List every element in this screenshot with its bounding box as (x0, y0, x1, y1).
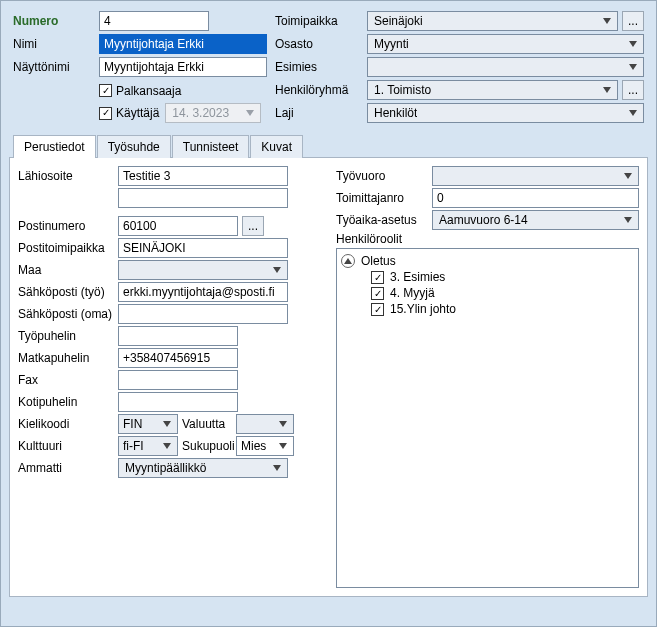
employee-form-window: Numero Toimipaikka Seinäjoki ... Nimi Os… (0, 0, 657, 627)
esimies-label: Esimies (275, 60, 363, 74)
lahiosoite2-input[interactable] (118, 188, 288, 208)
chevron-down-icon (243, 110, 257, 116)
kielikoodi-select[interactable]: FIN (118, 414, 178, 434)
ammatti-label: Ammatti (18, 461, 114, 475)
postinumero-label: Postinumero (18, 219, 114, 233)
toimipaikka-select[interactable]: Seinäjoki (367, 11, 618, 31)
toimittajanro-input[interactable] (432, 188, 639, 208)
postinumero-browse-button[interactable]: ... (242, 216, 264, 236)
lahiosoite-label: Lähiosoite (18, 169, 114, 183)
henkiloryhma-label: Henkilöryhmä (275, 83, 363, 97)
tab-tyosuhde[interactable]: Työsuhde (97, 135, 171, 158)
chevron-down-icon (600, 87, 614, 93)
chevron-down-icon (270, 465, 284, 471)
tab-kuvat[interactable]: Kuvat (250, 135, 303, 158)
henkiloroolit-label: Henkilöroolit (336, 232, 428, 246)
chevron-down-icon (276, 443, 290, 449)
osasto-label: Osasto (275, 37, 363, 51)
numero-label: Numero (13, 14, 95, 28)
kulttuuri-label: Kulttuuri (18, 439, 114, 453)
laji-select[interactable]: Henkilöt (367, 103, 644, 123)
tree-node-root[interactable]: Oletus (341, 253, 634, 269)
check-icon: ✓ (99, 84, 112, 97)
ammatti-select[interactable]: Myyntipäällikkö (118, 458, 288, 478)
henkiloroolit-tree[interactable]: Oletus ✓ 3. Esimies ✓ 4. Myyjä ✓ 15.Ylin… (336, 248, 639, 588)
check-icon[interactable]: ✓ (371, 287, 384, 300)
chevron-down-icon (276, 421, 290, 427)
tyoaika-asetus-label: Työaika-asetus (336, 213, 428, 227)
tree-item[interactable]: ✓ 4. Myyjä (341, 285, 634, 301)
palkansaaja-checkbox[interactable]: ✓ Palkansaaja (99, 84, 181, 98)
nayttonimi-input[interactable] (99, 57, 267, 77)
tab-body-perustiedot: Lähiosoite Postinumero ... Postitoimipai… (9, 157, 648, 597)
check-icon[interactable]: ✓ (371, 303, 384, 316)
tab-strip: Perustiedot Työsuhde Tunnisteet Kuvat (7, 134, 650, 157)
matkapuhelin-label: Matkapuhelin (18, 351, 114, 365)
sahkoposti-tyo-input[interactable] (118, 282, 288, 302)
sukupuoli-label: Sukupuoli (182, 439, 232, 453)
chevron-down-icon (626, 41, 640, 47)
check-icon[interactable]: ✓ (371, 271, 384, 284)
kotipuhelin-label: Kotipuhelin (18, 395, 114, 409)
valuutta-select[interactable] (236, 414, 294, 434)
tyopuhelin-label: Työpuhelin (18, 329, 114, 343)
tyovuoro-label: Työvuoro (336, 169, 428, 183)
fax-input[interactable] (118, 370, 238, 390)
postitoimipaikka-input[interactable] (118, 238, 288, 258)
esimies-select[interactable] (367, 57, 644, 77)
tab-tunnisteet[interactable]: Tunnisteet (172, 135, 250, 158)
chevron-down-icon (621, 173, 635, 179)
numero-input[interactable] (99, 11, 209, 31)
collapse-icon[interactable] (341, 254, 355, 268)
laji-label: Laji (275, 106, 363, 120)
check-icon: ✓ (99, 107, 112, 120)
tyopuhelin-input[interactable] (118, 326, 238, 346)
henkiloryhma-select[interactable]: 1. Toimisto (367, 80, 618, 100)
nimi-label: Nimi (13, 37, 95, 51)
tab-perustiedot[interactable]: Perustiedot (13, 135, 96, 158)
chevron-down-icon (270, 267, 284, 273)
toimittajanro-label: Toimittajanro (336, 191, 428, 205)
chevron-down-icon (626, 64, 640, 70)
henkiloryhma-browse-button[interactable]: ... (622, 80, 644, 100)
tyovuoro-select[interactable] (432, 166, 639, 186)
kotipuhelin-input[interactable] (118, 392, 238, 412)
postitoimipaikka-label: Postitoimipaikka (18, 241, 114, 255)
valuutta-label: Valuutta (182, 417, 232, 431)
sahkoposti-oma-label: Sähköposti (oma) (18, 307, 114, 321)
fax-label: Fax (18, 373, 114, 387)
chevron-down-icon (160, 443, 174, 449)
sahkoposti-tyo-label: Sähköposti (työ) (18, 285, 114, 299)
kielikoodi-label: Kielikoodi (18, 417, 114, 431)
kayttaja-checkbox[interactable]: ✓ Käyttäjä (99, 106, 159, 120)
sukupuoli-select[interactable]: Mies (236, 436, 294, 456)
kayttaja-date-picker: 14. 3.2023 (165, 103, 261, 123)
postinumero-input[interactable] (118, 216, 238, 236)
matkapuhelin-input[interactable] (118, 348, 238, 368)
sahkoposti-oma-input[interactable] (118, 304, 288, 324)
tree-item[interactable]: ✓ 3. Esimies (341, 269, 634, 285)
chevron-down-icon (600, 18, 614, 24)
nayttonimi-label: Näyttönimi (13, 60, 95, 74)
maa-label: Maa (18, 263, 114, 277)
toimipaikka-browse-button[interactable]: ... (622, 11, 644, 31)
kulttuuri-select[interactable]: fi-FI (118, 436, 178, 456)
toimipaikka-label: Toimipaikka (275, 14, 363, 28)
chevron-down-icon (621, 217, 635, 223)
nimi-input[interactable] (99, 34, 267, 54)
tree-item[interactable]: ✓ 15.Ylin johto (341, 301, 634, 317)
left-pane: Lähiosoite Postinumero ... Postitoimipai… (18, 166, 328, 588)
right-pane: Työvuoro Toimittajanro Työaika-asetus Aa… (336, 166, 639, 588)
chevron-down-icon (626, 110, 640, 116)
chevron-down-icon (160, 421, 174, 427)
header-form: Numero Toimipaikka Seinäjoki ... Nimi Os… (7, 7, 650, 128)
maa-select[interactable] (118, 260, 288, 280)
tyoaika-asetus-select[interactable]: Aamuvuoro 6-14 (432, 210, 639, 230)
osasto-select[interactable]: Myynti (367, 34, 644, 54)
lahiosoite-input[interactable] (118, 166, 288, 186)
